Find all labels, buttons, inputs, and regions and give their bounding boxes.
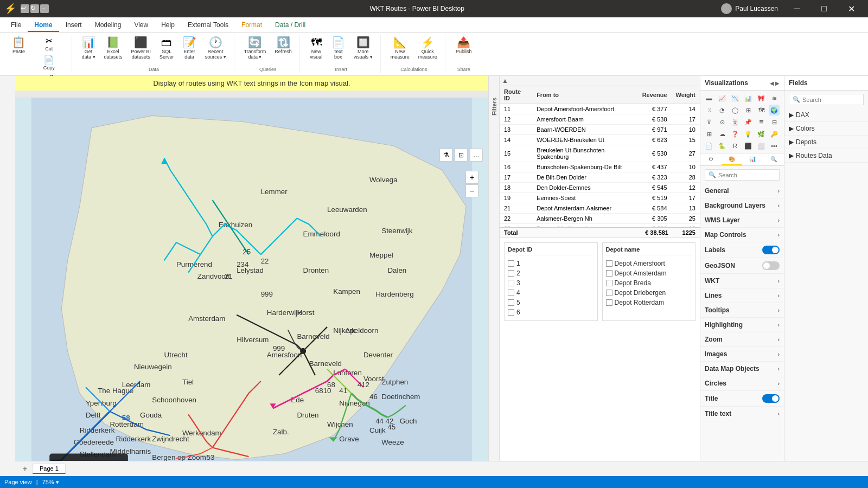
filters-label[interactable]: Filters xyxy=(491,98,497,115)
minimize-btn[interactable]: ─ xyxy=(784,0,809,17)
enter-data-btn[interactable]: 📝 Enterdata xyxy=(180,35,200,62)
powerbi-btn[interactable]: ⬛ Power BIdatasets xyxy=(128,35,155,62)
cut-btn[interactable]: ✂ Cut xyxy=(31,35,67,53)
depot-name-item[interactable]: Depot Amersfoort xyxy=(606,259,692,268)
depot-name-item[interactable]: Depot Driebergen xyxy=(606,288,692,298)
viz-section-header[interactable]: Map Controls› xyxy=(700,228,784,242)
tab-home[interactable]: Home xyxy=(28,19,59,32)
tab-help[interactable]: Help xyxy=(155,19,181,32)
tab-data-drill[interactable]: Data / Drill xyxy=(269,19,312,32)
viz-icon-more[interactable]: ••• xyxy=(769,140,780,151)
viz-section-header[interactable]: Tooltips› xyxy=(700,303,784,317)
viz-icon-decomp[interactable]: 🌿 xyxy=(756,129,767,139)
tab-format[interactable]: Format xyxy=(235,19,269,32)
viz-tab-format[interactable]: 🎨 xyxy=(722,154,743,165)
viz-icon-donut[interactable]: ◯ xyxy=(730,105,741,115)
new-visual-btn[interactable]: 🗺 Newvisual xyxy=(307,35,326,62)
more-visuals-btn[interactable]: 🔲 Morevisuals ▾ xyxy=(350,35,376,62)
redo-btn[interactable]: ↻ xyxy=(30,4,39,13)
viz-icon-key[interactable]: 🔑 xyxy=(769,129,780,139)
viz-icon-bar[interactable]: ▬ xyxy=(704,93,714,104)
section-toggle[interactable] xyxy=(762,246,780,254)
tab-modeling[interactable]: Modeling xyxy=(88,19,128,32)
table-row[interactable]: 13Baarn-WOERDEN€ 97110 xyxy=(500,125,700,135)
sql-btn[interactable]: 🗃 SQLServer xyxy=(156,35,177,62)
zoom-out-btn[interactable]: − xyxy=(465,184,478,197)
viz-icon-ribbon[interactable]: 🎀 xyxy=(756,93,767,104)
depot-id-item[interactable]: 5 xyxy=(508,298,594,307)
viz-icon-filled-map[interactable]: 🌍 xyxy=(769,105,780,115)
viz-icon-qna[interactable]: ❓ xyxy=(730,129,741,139)
viz-icon-smart[interactable]: 💡 xyxy=(743,129,754,139)
new-measure-btn[interactable]: 📐 Newmeasure xyxy=(387,35,413,62)
depot-name-item[interactable]: Depot Amsterdam xyxy=(606,268,692,278)
depot-checkbox[interactable] xyxy=(508,280,514,286)
depot-id-item[interactable]: 1 xyxy=(508,259,594,268)
viz-icon-kpi[interactable]: 📌 xyxy=(743,117,754,127)
depot-id-item[interactable]: 4 xyxy=(508,288,594,298)
viz-section-header[interactable]: Highlighting› xyxy=(700,318,784,332)
get-data-btn[interactable]: 📊 Getdata ▾ xyxy=(79,35,99,62)
viz-icon-treemap[interactable]: ⊞ xyxy=(743,105,754,115)
transform-btn[interactable]: 🔄 Transformdata ▾ xyxy=(241,35,270,62)
section-toggle[interactable] xyxy=(762,394,780,403)
tab-view[interactable]: View xyxy=(127,19,155,32)
copy-btn[interactable]: 📄 Copy xyxy=(31,54,67,72)
fields-search-input[interactable] xyxy=(802,97,860,103)
section-toggle[interactable] xyxy=(762,261,780,270)
table-row[interactable]: 14WOERDEN-Breukelen Ut€ 62315 xyxy=(500,135,700,145)
table-row[interactable]: 21Depot Amsterdam-Aalsmeer€ 58413 xyxy=(500,203,700,214)
depot-name-checkbox[interactable] xyxy=(606,299,612,306)
viz-section-header[interactable]: Labels xyxy=(700,242,784,258)
viz-icon-slicer[interactable]: ≣ xyxy=(756,117,767,127)
table-row[interactable]: 12Amersfoort-Baarn€ 53817 xyxy=(500,114,700,125)
field-group-header[interactable]: ▶Routes Data xyxy=(784,149,868,162)
field-group-header[interactable]: ▶DAX xyxy=(784,108,868,121)
viz-panel-expand[interactable]: ▶ xyxy=(775,80,780,86)
depot-checkbox[interactable] xyxy=(508,260,514,267)
recent-sources-btn[interactable]: 🕐 Recentsources ▾ xyxy=(202,35,229,62)
paste-btn[interactable]: 📋 Paste xyxy=(9,35,29,56)
viz-section-header[interactable]: WMS Layer› xyxy=(700,213,784,227)
undo-btn[interactable]: ↩ xyxy=(21,4,29,13)
table-row[interactable]: 16Bunschoten-Spakenburg-De Bilt€ 43710 xyxy=(500,162,700,172)
table-scroll-up[interactable]: ▲ xyxy=(502,77,506,85)
page-add-btn[interactable]: + xyxy=(20,464,30,474)
depot-checkbox[interactable] xyxy=(508,270,514,277)
viz-tab-search[interactable]: 🔍 xyxy=(763,154,784,165)
viz-icon-area[interactable]: 📉 xyxy=(730,93,741,104)
table-row[interactable]: 17De Bilt-Den Dolder€ 32328 xyxy=(500,172,700,183)
viz-icon-pie[interactable]: ◔ xyxy=(717,105,727,115)
forward-btn[interactable]: → xyxy=(40,4,49,13)
viz-section-header[interactable]: GeoJSON xyxy=(700,258,784,273)
depot-id-item[interactable]: 6 xyxy=(508,307,594,317)
routes-table-scroll[interactable]: Route ID From to Revenue Weight 11Depot … xyxy=(500,86,700,227)
viz-section-header[interactable]: Data Map Objects› xyxy=(700,362,784,376)
zoom-in-btn[interactable]: + xyxy=(465,171,478,184)
viz-icon-card[interactable]: 🃏 xyxy=(730,117,741,127)
viz-section-header[interactable]: WKT› xyxy=(700,274,784,288)
viz-icon-paginated[interactable]: 📄 xyxy=(704,140,714,151)
focus-icon[interactable]: ⊡ xyxy=(455,149,468,162)
viz-tab-build[interactable]: ⚙ xyxy=(700,154,722,165)
viz-section-header[interactable]: Zoom› xyxy=(700,332,784,346)
field-group-header[interactable]: ▶Colors xyxy=(784,122,868,135)
depot-name-checkbox[interactable] xyxy=(606,260,612,267)
tab-insert[interactable]: Insert xyxy=(59,19,88,32)
viz-icon-combo[interactable]: 📊 xyxy=(743,93,754,104)
close-btn[interactable]: ✕ xyxy=(839,0,864,17)
viz-icon-matrix[interactable]: ⊞ xyxy=(704,129,714,139)
quick-measure-btn[interactable]: ⚡ Quickmeasure xyxy=(415,35,441,62)
viz-section-header[interactable]: Title xyxy=(700,391,784,406)
map-container[interactable]: Leeuwarden Lemmer Wolvega Steenwijk Enkh… xyxy=(15,98,488,472)
depot-checkbox[interactable] xyxy=(508,299,514,306)
viz-icon-line[interactable]: 📈 xyxy=(717,93,727,104)
viz-icon-r[interactable]: R xyxy=(730,140,741,151)
filter-icon[interactable]: ⚗ xyxy=(439,149,452,162)
depot-checkbox[interactable] xyxy=(508,309,514,316)
viz-icon-azure[interactable]: ☁ xyxy=(717,129,727,139)
viz-icon-waterfall[interactable]: ≋ xyxy=(769,93,780,104)
depot-name-item[interactable]: Depot Breda xyxy=(606,278,692,288)
excel-btn[interactable]: 📗 Exceldatasets xyxy=(101,35,126,62)
depot-id-item[interactable]: 3 xyxy=(508,278,594,288)
